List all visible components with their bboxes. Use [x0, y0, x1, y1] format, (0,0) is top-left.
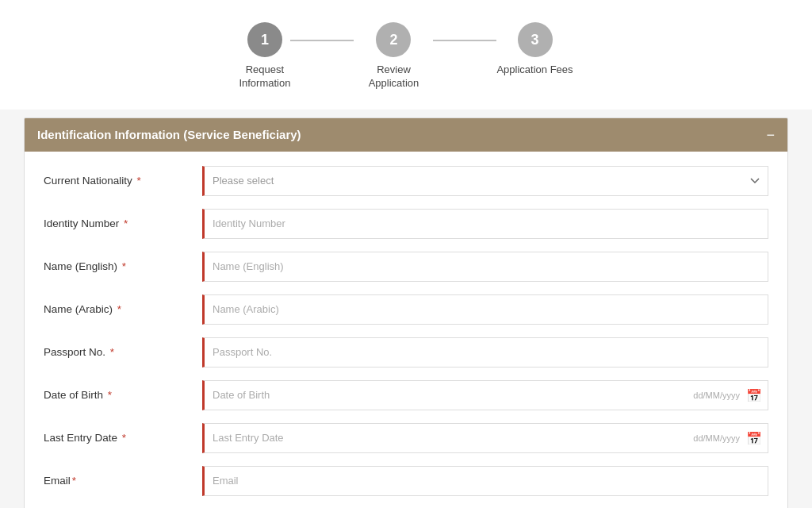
email-required: *	[72, 475, 76, 487]
passport-required: *	[110, 346, 114, 358]
step-connector-2	[433, 40, 496, 41]
last-entry-wrapper: dd/MM/yyyy 📅	[202, 423, 768, 453]
email-input[interactable]	[202, 466, 768, 496]
step-3: 3 Application Fees	[496, 22, 573, 77]
stepper: 1 RequestInformation 2 Review Applicatio…	[0, 0, 812, 110]
name-arabic-label: Name (Arabic) *	[44, 303, 202, 315]
name-english-field	[202, 252, 768, 282]
identification-card: Identification Information (Service Bene…	[24, 117, 788, 508]
email-label: Email*	[44, 475, 202, 487]
identity-number-row: Identity Number *	[44, 209, 768, 239]
last-entry-required: *	[122, 432, 126, 444]
name-arabic-field	[202, 294, 768, 325]
dob-label: Date of Birth *	[44, 389, 202, 401]
card-body: Current Nationality * Please select Iden…	[25, 152, 787, 508]
dob-field: dd/MM/yyyy 📅	[202, 380, 768, 410]
card-header: Identification Information (Service Bene…	[25, 118, 787, 152]
dob-required: *	[108, 389, 112, 401]
step-2-label: Review Application	[354, 64, 433, 90]
step-2-circle: 2	[376, 22, 411, 57]
main-content: Identification Information (Service Bene…	[0, 110, 812, 508]
passport-input[interactable]	[202, 337, 768, 368]
passport-row: Passport No. *	[44, 337, 768, 368]
step-1-circle: 1	[247, 22, 282, 57]
passport-field	[202, 337, 768, 368]
last-entry-input[interactable]	[202, 423, 768, 453]
passport-label: Passport No. *	[44, 346, 202, 358]
name-arabic-required: *	[117, 303, 121, 315]
name-english-label: Name (English) *	[44, 260, 202, 272]
nationality-row: Current Nationality * Please select	[44, 166, 768, 196]
last-entry-label: Last Entry Date *	[44, 432, 202, 444]
last-entry-row: Last Entry Date * dd/MM/yyyy 📅	[44, 423, 768, 453]
nationality-required: *	[137, 175, 141, 187]
dob-input[interactable]	[202, 380, 768, 410]
step-connector-1	[290, 40, 354, 41]
last-entry-field: dd/MM/yyyy 📅	[202, 423, 768, 453]
step-2: 2 Review Application	[354, 22, 433, 90]
name-english-row: Name (English) *	[44, 252, 768, 282]
step-1-label: RequestInformation	[239, 64, 290, 90]
step-3-circle: 3	[518, 22, 553, 57]
nationality-field: Please select	[202, 166, 768, 196]
name-arabic-input[interactable]	[202, 294, 768, 325]
identity-number-field	[202, 209, 768, 239]
last-entry-calendar-icon[interactable]: 📅	[746, 430, 762, 445]
email-row: Email*	[44, 466, 768, 496]
identity-number-input[interactable]	[202, 209, 768, 239]
name-english-input[interactable]	[202, 252, 768, 282]
nationality-select[interactable]: Please select	[202, 166, 768, 196]
dob-wrapper: dd/MM/yyyy 📅	[202, 380, 768, 410]
step-1: 1 RequestInformation	[239, 22, 290, 90]
email-field	[202, 466, 768, 496]
card-header-title: Identification Information (Service Bene…	[37, 128, 301, 141]
name-arabic-row: Name (Arabic) *	[44, 294, 768, 325]
name-english-required: *	[122, 260, 126, 272]
identity-number-required: *	[124, 217, 128, 229]
step-3-label: Application Fees	[496, 64, 573, 77]
dob-calendar-icon[interactable]: 📅	[746, 387, 762, 402]
collapse-button[interactable]: −	[766, 128, 775, 142]
dob-row: Date of Birth * dd/MM/yyyy 📅	[44, 380, 768, 410]
nationality-label: Current Nationality *	[44, 175, 202, 187]
identity-number-label: Identity Number *	[44, 217, 202, 229]
